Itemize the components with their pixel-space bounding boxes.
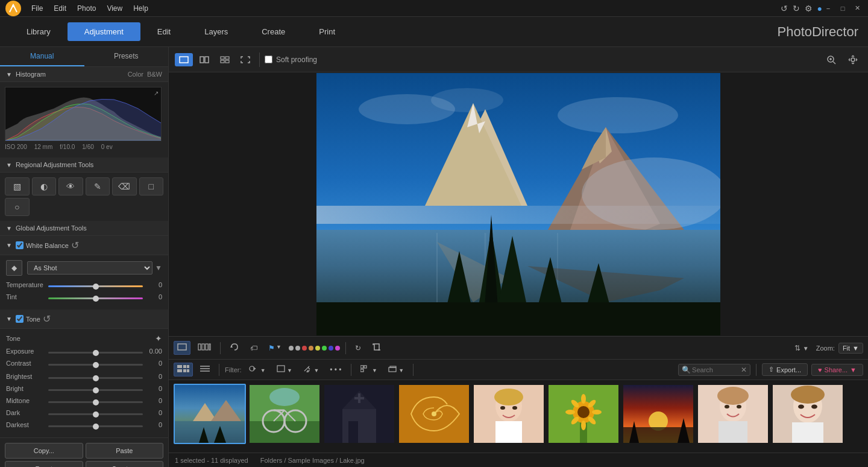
stack-button[interactable]: ▼ xyxy=(385,363,407,376)
pan-button[interactable] xyxy=(844,52,862,68)
copy-button[interactable]: Copy... xyxy=(5,443,83,459)
list-view-button[interactable] xyxy=(197,363,213,376)
thumb-sunflower[interactable] xyxy=(547,384,620,444)
maximize-button[interactable]: □ xyxy=(837,4,849,13)
brush-tool[interactable]: ✎ xyxy=(86,177,110,195)
grid-view-button[interactable] xyxy=(216,53,234,66)
tone-reset-icon[interactable]: ↺ xyxy=(43,313,51,325)
histogram-expand-icon[interactable]: ↗ xyxy=(154,90,159,97)
wb-checkbox[interactable] xyxy=(16,241,24,249)
menu-photo[interactable]: Photo xyxy=(72,3,101,14)
refresh-button[interactable]: ↻ xyxy=(351,342,365,355)
thumb-woman3[interactable] xyxy=(772,384,844,444)
share-button[interactable]: ♥ Share... ▼ xyxy=(811,364,863,376)
regional-tools-header[interactable]: ▼ Regional Adjustment Tools xyxy=(0,157,168,173)
single-view-button[interactable] xyxy=(175,53,193,66)
tab-adjustment[interactable]: Adjustment xyxy=(68,22,140,41)
group-button[interactable]: ▼ xyxy=(357,363,381,376)
close-button[interactable]: ✕ xyxy=(851,4,863,13)
midtone-slider[interactable] xyxy=(48,401,143,403)
tone-checkbox[interactable] xyxy=(16,315,24,323)
eyedropper-button[interactable]: ◆ xyxy=(6,260,22,276)
histogram-header[interactable]: ▼ Histogram Color B&W xyxy=(0,67,168,82)
thumb-bicycle[interactable] xyxy=(248,384,321,444)
darkest-slider[interactable] xyxy=(48,425,143,427)
brightest-slider[interactable] xyxy=(48,377,143,379)
wb-preset-dropdown[interactable]: As Shot xyxy=(27,261,153,275)
thumb-woman2[interactable] xyxy=(697,384,769,444)
reset-button[interactable]: Reset xyxy=(5,461,83,467)
settings-icon[interactable]: ⚙ xyxy=(805,4,813,13)
menu-edit[interactable]: Edit xyxy=(49,3,71,14)
fs-strip-button[interactable] xyxy=(194,341,215,355)
search-clear-icon[interactable]: ✕ xyxy=(741,366,747,374)
photo-canvas-area[interactable] xyxy=(169,72,868,336)
color-flag-button[interactable]: ⚑ ▼ xyxy=(265,342,285,355)
fullscreen-button[interactable] xyxy=(236,53,254,66)
filter-frame-button[interactable]: ▼ xyxy=(273,363,296,376)
color-tag-blue[interactable] xyxy=(329,346,333,351)
wb-reset-icon[interactable]: ↺ xyxy=(71,240,79,251)
thumbnail-grid-button[interactable] xyxy=(174,363,193,376)
histogram-bw-mode[interactable]: B&W xyxy=(147,71,162,78)
export-button[interactable]: ⇧ Export... xyxy=(762,363,808,376)
menu-view[interactable]: View xyxy=(102,3,127,14)
mask-tool[interactable]: 👁 xyxy=(58,177,83,195)
crop-button[interactable] xyxy=(368,340,384,355)
color-tag-green[interactable] xyxy=(322,346,327,351)
minimize-button[interactable]: − xyxy=(822,4,834,13)
eraser-tool[interactable]: ⌫ xyxy=(112,177,137,195)
color-tag-gray[interactable] xyxy=(289,346,294,351)
filter-brush-button[interactable]: ▼ xyxy=(300,363,322,376)
tag-button[interactable]: 🏷 xyxy=(247,342,261,355)
thumb-sunset[interactable] xyxy=(622,384,694,444)
thumb-lake[interactable] xyxy=(174,384,246,444)
temperature-slider[interactable] xyxy=(48,285,143,287)
contrast-slider[interactable] xyxy=(48,364,143,366)
tone-header[interactable]: ▼ Tone ↺ xyxy=(0,310,168,329)
global-tools-header[interactable]: ▼ Global Adjustment Tools xyxy=(0,221,168,236)
menu-file[interactable]: File xyxy=(27,3,48,14)
exposure-slider[interactable] xyxy=(48,352,143,354)
menu-help[interactable]: Help xyxy=(128,3,153,14)
paste-button[interactable]: Paste xyxy=(86,443,164,459)
color-tag-orange[interactable] xyxy=(309,346,313,351)
zoom-in-button[interactable] xyxy=(822,52,840,68)
color-tag-yellow[interactable] xyxy=(315,346,320,351)
tab-manual[interactable]: Manual xyxy=(0,47,84,66)
color-tag-red[interactable] xyxy=(302,346,307,351)
tab-edit[interactable]: Edit xyxy=(140,22,187,41)
tab-library[interactable]: Library xyxy=(10,22,68,41)
tab-presets[interactable]: Presets xyxy=(84,47,169,66)
circle-tool[interactable]: ○ xyxy=(5,198,30,216)
color-tag-purple[interactable] xyxy=(335,346,340,351)
undo-icon[interactable]: ↺ xyxy=(781,4,788,13)
frame-tool[interactable]: □ xyxy=(139,177,164,195)
dark-slider[interactable] xyxy=(48,413,143,415)
color-tag-gray2[interactable] xyxy=(295,346,300,351)
radial-tool[interactable]: ◐ xyxy=(32,177,57,195)
filter-all-button[interactable]: ▼ xyxy=(245,363,269,376)
tab-create[interactable]: Create xyxy=(245,22,302,41)
thumb-church[interactable] xyxy=(323,384,395,444)
tab-layers[interactable]: Layers xyxy=(187,22,245,41)
tab-print[interactable]: Print xyxy=(302,22,352,41)
compare-view-button[interactable] xyxy=(195,53,213,66)
tone-auto-icon[interactable]: ✦ xyxy=(155,334,162,343)
tint-slider[interactable] xyxy=(48,297,143,299)
zoom-selector[interactable]: Fit ▼ xyxy=(838,343,863,354)
histogram-color-mode[interactable]: Color xyxy=(128,71,143,78)
fs-single-button[interactable] xyxy=(174,341,190,355)
create-button[interactable]: Create... xyxy=(86,461,164,467)
bright-slider[interactable] xyxy=(48,389,143,391)
thumb-woman1[interactable] xyxy=(473,384,545,444)
redo-icon[interactable]: ↻ xyxy=(793,4,800,13)
sync-icon[interactable]: ● xyxy=(817,4,822,13)
sort-button[interactable]: ⇅ ▼ xyxy=(791,342,812,355)
thumb-spiral[interactable] xyxy=(398,384,470,444)
soft-proofing-checkbox[interactable] xyxy=(265,56,272,63)
gradient-tool[interactable]: ▧ xyxy=(5,177,30,195)
white-balance-header[interactable]: ▼ White Balance ↺ xyxy=(0,236,168,255)
rotate-left-button[interactable] xyxy=(226,340,243,355)
filter-more-button[interactable]: • • • xyxy=(326,363,345,376)
